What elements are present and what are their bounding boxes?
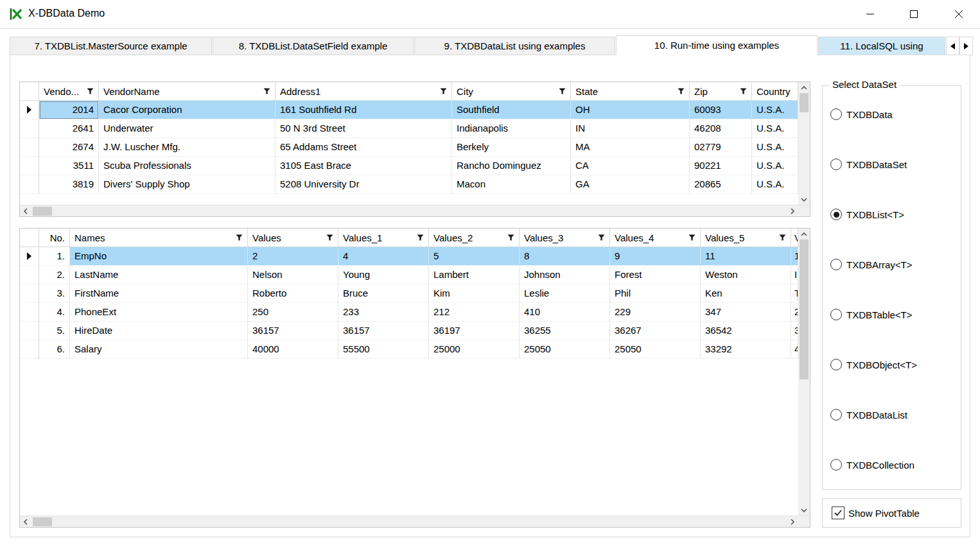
column-header[interactable]: Values_4 <box>610 229 701 247</box>
filter-icon[interactable] <box>503 234 514 241</box>
radio-button-icon[interactable] <box>830 309 842 320</box>
grid-cell[interactable]: Forest <box>610 266 701 284</box>
grid-cell[interactable]: 410 <box>520 303 610 322</box>
grid-cell-partial[interactable]: 1 <box>791 247 798 266</box>
grid-cell[interactable]: 347 <box>701 303 791 322</box>
filter-icon[interactable] <box>594 234 605 241</box>
grid-cell[interactable]: Young <box>338 266 429 284</box>
filter-icon[interactable] <box>83 88 94 94</box>
grid-cell[interactable]: 25050 <box>610 340 701 359</box>
row-indicator-cell[interactable] <box>20 247 39 266</box>
column-header[interactable]: Vendo... <box>39 82 99 101</box>
grid-cell[interactable]: IN <box>571 119 690 138</box>
scroll-right-button[interactable] <box>787 516 798 527</box>
radio-option-txdbarray-t-[interactable]: TXDBArray<T> <box>830 257 913 272</box>
grid-cell-partial[interactable]: 3 <box>791 322 798 340</box>
grid-cell[interactable]: Johnson <box>520 266 610 284</box>
grid-cell[interactable]: Scuba Professionals <box>99 157 276 175</box>
grid-cell[interactable]: EmpNo <box>70 247 248 266</box>
row-indicator-cell[interactable] <box>20 157 39 175</box>
grid-cell[interactable]: 161 Southfield Rd <box>276 101 452 119</box>
pivot-grid-hscrollbar[interactable] <box>20 515 810 527</box>
grid-cell[interactable]: Southfield <box>452 101 571 119</box>
grid-cell[interactable]: Salary <box>70 340 248 359</box>
grid-cell[interactable]: 2014 <box>39 101 99 119</box>
radio-button-icon[interactable] <box>830 259 842 270</box>
tab-7[interactable]: 7. TXDBList.MasterSource example <box>10 37 212 55</box>
grid-cell[interactable]: 02779 <box>690 138 752 157</box>
grid-cell[interactable]: 36157 <box>338 322 429 340</box>
grid-cell[interactable]: LastName <box>70 266 248 284</box>
tab-scroll-left-button[interactable] <box>946 37 959 55</box>
radio-option-txdbdataset[interactable]: TXDBDataSet <box>830 157 907 171</box>
scroll-left-button[interactable] <box>20 205 31 216</box>
radio-option-txdbobject-t-[interactable]: TXDBObject<T> <box>830 358 917 372</box>
grid-cell[interactable]: U.S.A. <box>752 157 798 175</box>
radio-option-txdbcollection[interactable]: TXDBCollection <box>830 458 914 472</box>
grid-cell[interactable]: 36157 <box>248 322 338 340</box>
scroll-thumb[interactable] <box>800 93 809 112</box>
grid-cell[interactable]: 229 <box>610 303 701 322</box>
filter-icon[interactable] <box>685 234 696 241</box>
scroll-right-button[interactable] <box>787 205 798 216</box>
grid-cell[interactable]: 36197 <box>429 322 520 340</box>
scroll-up-button[interactable] <box>798 229 810 239</box>
scroll-track[interactable] <box>52 205 787 216</box>
scroll-track[interactable] <box>798 112 810 194</box>
grid-cell[interactable]: 8 <box>520 247 610 266</box>
scroll-down-button[interactable] <box>798 194 810 205</box>
scroll-up-button[interactable] <box>798 82 810 93</box>
grid-cell[interactable]: Lambert <box>429 266 520 284</box>
grid-cell[interactable]: 25050 <box>520 340 610 359</box>
column-header[interactable]: Names <box>70 229 248 247</box>
row-indicator-cell[interactable] <box>20 322 39 340</box>
grid-cell[interactable]: U.S.A. <box>752 101 798 119</box>
grid-cell[interactable]: 3105 East Brace <box>276 157 452 175</box>
radio-button-icon[interactable] <box>830 108 842 120</box>
grid-cell[interactable]: 36267 <box>610 322 701 340</box>
grid-cell[interactable]: 20865 <box>690 175 752 194</box>
grid-cell[interactable]: Bruce <box>338 284 429 303</box>
grid-cell[interactable]: HireDate <box>70 322 248 340</box>
filter-icon[interactable] <box>674 88 685 94</box>
show-pivottable-checkbox[interactable] <box>832 506 844 519</box>
grid-cell[interactable]: 2641 <box>39 119 99 138</box>
grid-cell[interactable]: PhoneExt <box>70 303 248 322</box>
grid-cell[interactable]: CA <box>571 157 690 175</box>
column-header[interactable]: Values_1 <box>338 229 429 247</box>
grid-cell[interactable]: J.W. Luscher Mfg. <box>99 138 276 157</box>
grid-cell[interactable]: 25000 <box>429 340 520 359</box>
grid-cell[interactable]: 4 <box>338 247 429 266</box>
column-header[interactable]: State <box>571 82 690 101</box>
scroll-track[interactable] <box>798 379 810 505</box>
grid-cell[interactable]: 11 <box>701 247 791 266</box>
tab-8[interactable]: 8. TXDBList.DataSetField example <box>213 37 414 55</box>
grid-cell[interactable]: Underwater <box>99 119 276 138</box>
radio-button-icon[interactable] <box>830 159 842 170</box>
radio-option-txdbtable-t-[interactable]: TXDBTable<T> <box>830 307 913 322</box>
close-button[interactable] <box>944 0 974 28</box>
scroll-track[interactable] <box>52 516 787 527</box>
tab-scroll-right-button[interactable] <box>959 37 973 55</box>
column-header[interactable]: Values_3 <box>520 229 610 247</box>
grid-cell[interactable]: 6. <box>39 340 70 359</box>
maximize-button[interactable] <box>899 0 929 28</box>
scroll-thumb[interactable] <box>33 517 52 526</box>
filter-icon[interactable] <box>775 234 786 241</box>
tab-11[interactable]: 11. LocalSQL using <box>818 37 945 55</box>
filter-icon[interactable] <box>413 234 424 241</box>
grid-cell-partial[interactable]: I <box>791 266 798 284</box>
scroll-left-button[interactable] <box>20 516 31 527</box>
grid-cell[interactable]: Rancho Dominguez <box>452 157 571 175</box>
row-indicator-cell[interactable] <box>20 284 39 303</box>
grid-cell[interactable]: 36542 <box>701 322 791 340</box>
filter-icon[interactable] <box>322 234 333 241</box>
row-indicator-cell[interactable] <box>20 340 39 359</box>
grid-cell[interactable]: 212 <box>429 303 520 322</box>
grid-cell[interactable]: Phil <box>610 284 701 303</box>
row-indicator-cell[interactable] <box>20 119 39 138</box>
grid-cell[interactable]: 60093 <box>690 101 752 119</box>
grid-cell[interactable]: U.S.A. <box>752 119 798 138</box>
grid-cell-partial[interactable]: 2 <box>791 303 798 322</box>
grid-cell[interactable]: 9 <box>610 247 701 266</box>
